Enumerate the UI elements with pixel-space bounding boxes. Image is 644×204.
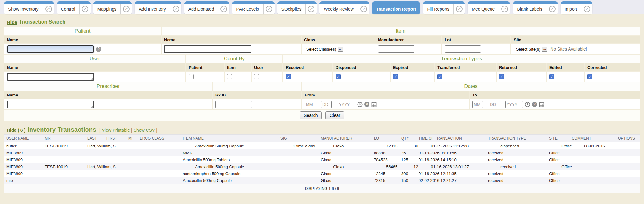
clear-date-icon[interactable]: ✕ bbox=[532, 102, 537, 107]
tab-popout-button[interactable]: ↗ bbox=[218, 4, 229, 14]
column-header-site[interactable]: SITE bbox=[547, 136, 570, 141]
to-year-input[interactable] bbox=[505, 101, 523, 108]
count-by-checkbox-user[interactable] bbox=[254, 74, 259, 79]
tab-transaction-report[interactable]: Transaction Report bbox=[372, 1, 420, 14]
table-row[interactable]: butlerTEST-10019Hart, William, S.Amoxici… bbox=[4, 142, 640, 149]
transaction-type-checkbox-transferred[interactable]: ✓ bbox=[437, 74, 442, 79]
to-month-input[interactable] bbox=[472, 101, 483, 108]
tab-popout-button[interactable]: ↗ bbox=[547, 4, 558, 14]
count-by-checkbox-patient[interactable] bbox=[189, 74, 194, 79]
transaction-type-checkbox-dispensed[interactable]: ✓ bbox=[336, 74, 341, 79]
to-day-input[interactable] bbox=[489, 101, 499, 108]
tab-popout-button[interactable]: ↗ bbox=[581, 4, 592, 14]
cell-qty: 25 bbox=[399, 151, 417, 155]
tab-par-levels[interactable]: PAR Levels↗ bbox=[232, 1, 274, 14]
tab-med-queue[interactable]: Med Queue↗ bbox=[468, 1, 510, 14]
column-header-mi[interactable]: MI bbox=[126, 136, 138, 141]
transaction-type-checkbox-expired[interactable]: ✓ bbox=[393, 74, 398, 79]
user-name-input[interactable] bbox=[7, 73, 94, 81]
column-header-comment[interactable]: COMMENT bbox=[570, 136, 616, 141]
tab-fill-reports[interactable]: Fill Reports↗ bbox=[423, 1, 465, 14]
hide-search-link[interactable]: Hide bbox=[7, 19, 17, 25]
tab-popout-button[interactable]: ↗ bbox=[305, 4, 317, 14]
table-row[interactable]: MIE8809TEST-10019Hart, William, S.Amoxic… bbox=[4, 163, 640, 170]
manufacturer-input[interactable] bbox=[378, 45, 414, 53]
lot-input[interactable] bbox=[445, 45, 481, 53]
popout-arrow-icon: ↗ bbox=[220, 6, 227, 12]
tab-control[interactable]: Control↗ bbox=[57, 1, 91, 14]
from-day-input[interactable] bbox=[321, 101, 332, 108]
tab-label: Import bbox=[561, 7, 581, 12]
tab-popout-button[interactable]: ↗ bbox=[120, 4, 132, 14]
ellipsis-button[interactable]: ... bbox=[542, 47, 547, 52]
select-classes-button[interactable]: Select Class(es) ... bbox=[304, 46, 344, 52]
column-header-last[interactable]: LAST bbox=[86, 136, 104, 141]
transaction-type-checkbox-edited[interactable]: ✓ bbox=[549, 74, 554, 79]
rx-id-input[interactable] bbox=[215, 101, 252, 108]
table-row[interactable]: MIE8809MMRGlaxo888882501-19-2026 09:19:5… bbox=[4, 149, 640, 156]
tab-popout-button[interactable]: ↗ bbox=[263, 4, 275, 14]
column-header-time_of_transaction[interactable]: TIME OF TRANSACTION bbox=[417, 136, 486, 141]
table-row[interactable]: mieAmoxicillin 500mg CapsuleGlaxo7231515… bbox=[4, 177, 640, 184]
column-header-drug_class[interactable]: DRUG CLASS bbox=[138, 136, 181, 141]
tab-accent-cap bbox=[468, 1, 510, 4]
tab-popout-button[interactable]: ↗ bbox=[43, 4, 54, 14]
resize-grip[interactable] bbox=[91, 78, 93, 80]
tab-popout-button[interactable]: ↗ bbox=[499, 4, 510, 14]
cell-lot: 88888 bbox=[372, 151, 399, 155]
tab-label: Add Donated bbox=[184, 7, 218, 12]
column-header-sig[interactable]: SIG bbox=[279, 136, 319, 141]
table-row[interactable]: MIE8809acetaminophen 500mg CapsuleGlaxo1… bbox=[4, 170, 640, 177]
tab-add-donated[interactable]: Add Donated↗ bbox=[184, 1, 230, 14]
tab-popout-button[interactable]: ↗ bbox=[79, 4, 91, 14]
calendar-icon[interactable] bbox=[371, 102, 377, 107]
tab-import[interactable]: Import↗ bbox=[561, 1, 593, 14]
column-header-user_name[interactable]: USER NAME bbox=[4, 136, 43, 141]
clock-icon[interactable] bbox=[357, 102, 363, 107]
column-header-lot[interactable]: LOT bbox=[372, 136, 399, 141]
resize-grip[interactable] bbox=[91, 105, 93, 108]
tab-show-inventory[interactable]: Show Inventory↗ bbox=[4, 1, 54, 14]
column-header-transaction_type[interactable]: TRANSACTION TYPE bbox=[486, 136, 547, 141]
transaction-type-checkbox-corrected[interactable]: ✓ bbox=[587, 74, 592, 79]
column-header-first[interactable]: FIRST bbox=[104, 136, 126, 141]
help-icon[interactable]: ? bbox=[96, 47, 101, 52]
select-sites-button[interactable]: Select Site(s) ... bbox=[514, 46, 548, 52]
tab-mappings[interactable]: Mappings↗ bbox=[93, 1, 132, 14]
hide-transactions-link[interactable]: Hide ( 6 ) bbox=[7, 128, 25, 133]
tab-popout-button[interactable]: ↗ bbox=[170, 4, 181, 14]
show-csv-link[interactable]: Show CSV bbox=[134, 128, 155, 133]
count-by-checkbox-item[interactable] bbox=[227, 74, 232, 79]
clock-icon[interactable] bbox=[525, 102, 530, 107]
tab-stockpiles[interactable]: Stockpiles↗ bbox=[277, 1, 317, 14]
transaction-type-checkbox-returned[interactable]: ✓ bbox=[499, 74, 504, 79]
tab-popout-button[interactable]: ↗ bbox=[358, 4, 369, 14]
patient-name-input[interactable] bbox=[7, 45, 94, 53]
count-by-label-patient: Patient bbox=[186, 63, 224, 71]
view-printable-link[interactable]: View Printable bbox=[102, 128, 130, 133]
tab-blank-labels[interactable]: Blank Labels↗ bbox=[513, 1, 558, 14]
from-month-input[interactable] bbox=[305, 101, 315, 108]
ellipsis-button[interactable]: ... bbox=[338, 47, 343, 52]
transaction-type-cell-corrected: ✓ bbox=[585, 72, 640, 82]
column-header-item_name[interactable]: ITEM NAME bbox=[181, 136, 279, 141]
tab-label: Fill Reports bbox=[423, 7, 453, 12]
popout-arrow-icon: ↗ bbox=[549, 6, 556, 12]
prescriber-name-input[interactable] bbox=[7, 101, 94, 108]
column-header-qty[interactable]: QTY bbox=[399, 136, 417, 141]
cell-item_name: Amoxicillin 500mg Capsule bbox=[193, 164, 291, 169]
cell-transaction_type: dispensed bbox=[498, 144, 559, 148]
tab-add-inventory[interactable]: Add Inventory↗ bbox=[135, 1, 181, 14]
item-name-input[interactable] bbox=[164, 45, 251, 53]
from-year-input[interactable] bbox=[338, 101, 355, 108]
clear-date-icon[interactable]: ✕ bbox=[364, 102, 369, 107]
transaction-type-checkbox-received[interactable]: ✓ bbox=[286, 74, 291, 79]
clear-button[interactable]: Clear bbox=[325, 111, 344, 119]
search-button[interactable]: Search bbox=[300, 111, 322, 119]
tab-weekly-review[interactable]: Weekly Review↗ bbox=[319, 1, 369, 14]
table-row[interactable]: MIE8809Amoxicillin 500mg TabletsGlaxo784… bbox=[4, 156, 640, 163]
calendar-icon[interactable] bbox=[539, 102, 544, 107]
count-by-cell-patient bbox=[186, 72, 224, 82]
column-header-manufacturer[interactable]: MANUFACTURER bbox=[319, 136, 372, 141]
tab-popout-button[interactable]: ↗ bbox=[453, 4, 465, 14]
